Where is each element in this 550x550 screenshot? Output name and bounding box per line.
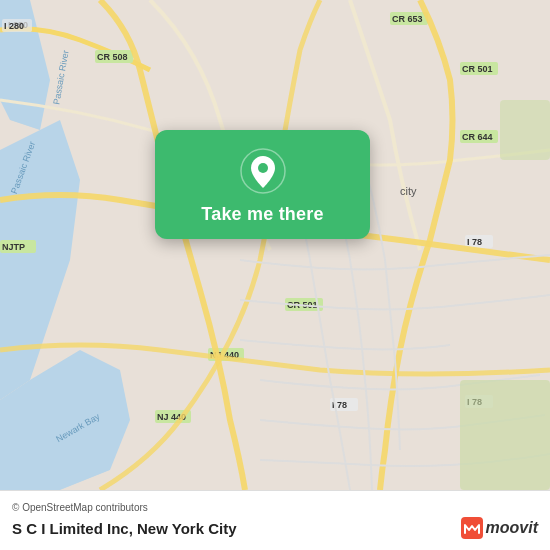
svg-rect-33 xyxy=(500,100,550,160)
svg-rect-32 xyxy=(460,380,550,490)
svg-text:city: city xyxy=(400,185,417,197)
location-name: S C I Limited Inc, New York City xyxy=(12,520,237,537)
moovit-logo: moovit xyxy=(461,517,538,539)
moovit-text: moovit xyxy=(486,519,538,537)
location-pin-icon xyxy=(240,148,286,194)
map-container: I 280 I 280 CR 508 CR 653 CR 501 CR 644 … xyxy=(0,0,550,490)
popup-card[interactable]: Take me there xyxy=(155,130,370,239)
bottom-bar: © OpenStreetMap contributors S C I Limit… xyxy=(0,490,550,550)
location-row: S C I Limited Inc, New York City moovit xyxy=(12,517,538,539)
moovit-logo-icon xyxy=(461,517,483,539)
svg-text:CR 653: CR 653 xyxy=(392,14,423,24)
svg-text:I 78: I 78 xyxy=(467,237,482,247)
take-me-there-button[interactable]: Take me there xyxy=(201,204,323,225)
svg-text:NJTP: NJTP xyxy=(2,242,25,252)
svg-text:I 280: I 280 xyxy=(4,21,24,31)
svg-point-36 xyxy=(258,163,268,173)
svg-text:CR 501: CR 501 xyxy=(462,64,493,74)
svg-text:CR 508: CR 508 xyxy=(97,52,128,62)
map-attribution: © OpenStreetMap contributors xyxy=(12,502,538,513)
svg-text:CR 644: CR 644 xyxy=(462,132,493,142)
